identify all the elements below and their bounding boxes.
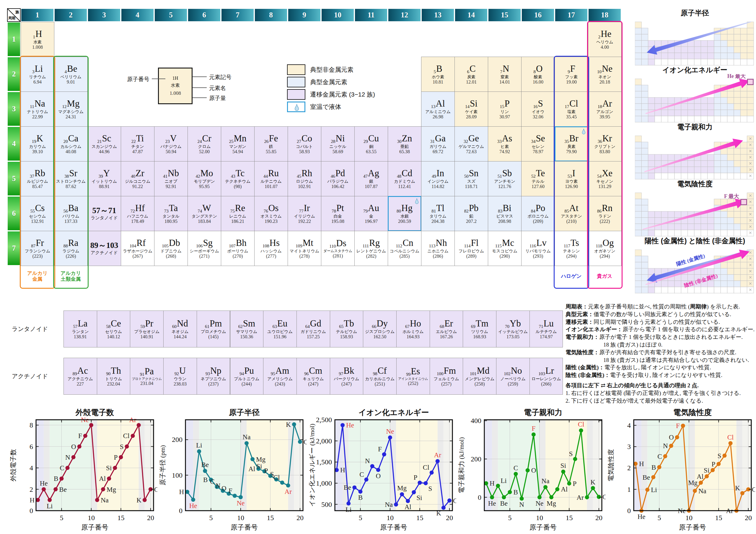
element-symbol: 3Li: [32, 64, 43, 74]
svg-text:0: 0: [179, 507, 182, 515]
element-mass: 192.22: [298, 219, 311, 224]
element-name: コペルニシウム: [390, 249, 419, 253]
svg-text:4: 4: [30, 464, 33, 472]
chart-point-N: [71, 455, 76, 459]
chart-label-Na: Na: [243, 433, 251, 441]
chart-label-F: F: [378, 445, 382, 453]
chart-label-Ca: Ca: [304, 438, 307, 446]
note-line: 電気陰性度：原子が共有結合で共有電子対を引き寄せる強さの尺度.: [566, 349, 756, 356]
element-symbol: 41Nb: [163, 169, 179, 178]
chart-xlabel: 原子番号: [81, 524, 108, 531]
element-symbol: 55Cs: [30, 203, 45, 213]
element-symbol: 70Yb: [505, 319, 521, 329]
element-mass: 195.08: [331, 219, 344, 224]
chart-point-F: [233, 494, 237, 498]
element-cell-K: 19K カリウム 39.10: [21, 126, 54, 161]
element-cell-Tl: 81Tl タリウム 204.38: [421, 196, 455, 231]
period-header-2: 2: [8, 57, 20, 91]
svg-text:1,500: 1,500: [316, 458, 332, 466]
element-name: ラザホージウム: [123, 249, 152, 253]
chart-point-Si: [412, 490, 416, 494]
element-name: イオウ: [532, 110, 545, 114]
svg-text:×: ×: [749, 287, 752, 293]
element-name: スズ: [467, 179, 476, 184]
chart-label-P: P: [573, 480, 577, 487]
element-cell-Kr: 36Kr クリプトン 83.80: [588, 126, 622, 161]
element-symbol: 17Cl: [565, 99, 578, 109]
element-name: ポロニウム: [527, 214, 549, 219]
element-cell-Bi: 83Bi ビスマス 208.98: [488, 196, 522, 231]
chart-label-Si: Si: [704, 467, 709, 474]
element-name: 鉛: [469, 214, 473, 219]
element-name: マイトネリウム: [290, 249, 319, 253]
element-symbol: 36Kr: [598, 134, 612, 144]
noble-gas-x-marks: ×××××××: [749, 250, 752, 293]
element-symbol: 63Eu: [273, 319, 287, 329]
svg-text:500: 500: [321, 501, 332, 508]
element-cell-Os: 76Os オスミウム 190.23: [254, 196, 288, 231]
svg-text:×: ×: [749, 154, 752, 160]
element-symbol: 7N: [500, 64, 509, 74]
element-mass: 126.90: [565, 184, 578, 189]
element-name: インジウム: [427, 179, 448, 184]
element-name: フェルミウム: [434, 377, 459, 381]
element-mass: 162.50: [373, 334, 386, 339]
element-cell-Br: 35Br 臭素 79.90: [554, 126, 588, 161]
svg-text:200: 200: [471, 455, 481, 463]
chart-label-C: C: [60, 464, 64, 472]
element-symbol: 13Al: [431, 99, 445, 109]
element-name: セレン: [532, 144, 545, 149]
chart-label-N: N: [65, 454, 70, 461]
chart-label-K: K: [735, 484, 740, 492]
element-cell-Sg: 106Sg シーボーギウム (271): [188, 231, 221, 266]
element-mass: 132.91: [31, 219, 44, 224]
chart-label-N: N: [365, 457, 370, 465]
element-symbol: 84Po: [531, 203, 546, 213]
element-cell-Se: 34Se セレン 78.97: [521, 126, 555, 161]
notes-text: 周期表：元素を原子番号順に並べ, 性質の周期性 (周期律) を示した表.典型元素…: [566, 303, 756, 404]
group-header-14: 14: [455, 9, 487, 21]
element-cell-Rf: 104Rf ラザホージウム (267): [121, 231, 154, 266]
element-name: 銅: [369, 144, 373, 149]
element-name: ジルコニウム: [125, 179, 150, 184]
legend-sample-symbol: 1H: [173, 76, 178, 81]
element-symbol: 2He: [598, 29, 611, 39]
element-name: アスタチン: [561, 214, 582, 219]
element-symbol: 61Pm: [205, 319, 222, 329]
chart-label-Al: Al: [697, 473, 703, 480]
element-mass: (267): [133, 254, 143, 258]
element-mass: 39.10: [32, 149, 43, 154]
chart-point-Ar: [436, 459, 440, 463]
element-symbol: 90Th: [106, 366, 121, 376]
chart-label-Ar: Ar: [285, 488, 292, 495]
svg-text:20: 20: [296, 514, 304, 521]
element-symbol: 19K: [32, 134, 43, 144]
element-name: アンチモン: [494, 179, 515, 184]
chart-label-He: He: [40, 480, 48, 487]
svg-text:5: 5: [60, 514, 63, 521]
element-cell-Cs: 55Cs セシウム 132.91: [21, 196, 54, 231]
svg-text:5: 5: [359, 514, 362, 521]
element-cell-Bk: 97Bk バークリウム (247): [330, 358, 364, 395]
element-name: バナジウム: [160, 144, 182, 149]
element-cell-La: 57La ランタン 138.91: [64, 310, 97, 347]
chart-label-C: C: [359, 471, 364, 478]
element-cell-Ag: 47Ag 銀 107.87: [354, 161, 388, 196]
legend-name-label: 元素名: [209, 84, 226, 92]
svg-text:5: 5: [508, 514, 511, 521]
chart-label-S: S: [120, 443, 124, 450]
chart-label-Ne: Ne: [535, 500, 543, 507]
element-name: ハフニウム: [127, 214, 148, 219]
chart-point-He: [340, 423, 345, 427]
element-symbol: 101Md: [470, 366, 490, 376]
chart-point-C: [514, 472, 518, 476]
chart-label-K: K: [286, 421, 291, 428]
chart-label-K: K: [136, 496, 142, 504]
element-mass: 65.38: [399, 149, 410, 154]
element-cell-Ir: 77Ir イリジウム 192.22: [288, 196, 321, 231]
chart-point-He: [191, 498, 195, 502]
element-cell-Nh: 113Nh ニホニウム (286): [421, 231, 455, 266]
element-name: クロム: [198, 144, 211, 149]
chart-label-Li: Li: [196, 441, 202, 449]
element-cell-F: 9F フッ素 19.00: [554, 57, 588, 92]
